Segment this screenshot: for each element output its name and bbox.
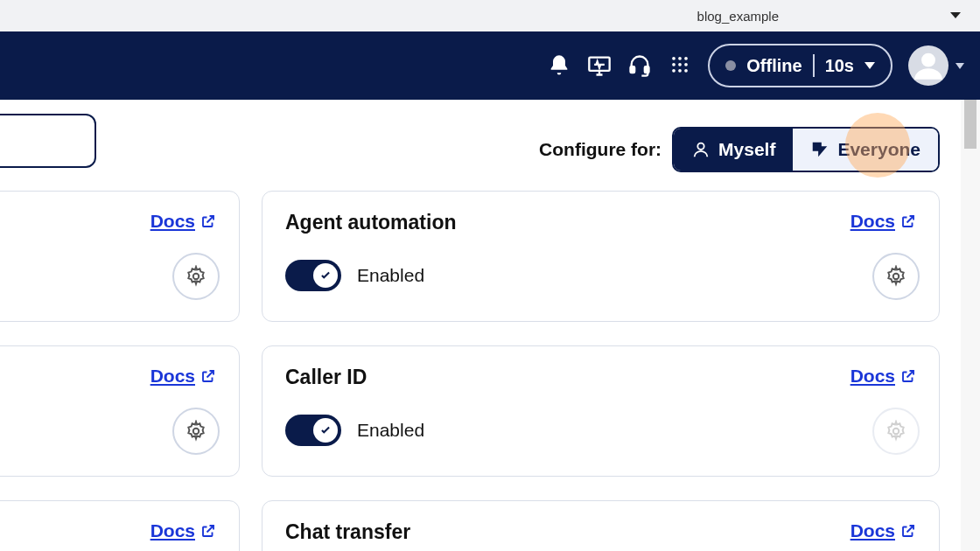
svg-point-7: [678, 63, 682, 66]
docs-link[interactable]: Docs: [850, 520, 916, 541]
svg-point-11: [684, 69, 688, 73]
external-link-icon: [900, 368, 916, 384]
svg-point-16: [893, 274, 900, 280]
svg-point-3: [672, 57, 676, 60]
svg-point-5: [684, 57, 688, 60]
environment-name: blog_example: [697, 9, 779, 24]
scrollbar-track[interactable]: [961, 100, 980, 551]
svg-rect-2: [645, 66, 649, 73]
chevron-down-icon: [956, 63, 964, 69]
user-menu[interactable]: [908, 45, 964, 86]
settings-button[interactable]: [872, 253, 920, 300]
enable-toggle[interactable]: [285, 260, 341, 291]
presence-status-selector[interactable]: Offline 10s: [708, 44, 892, 87]
configure-for-segmented: Myself Everyone: [672, 127, 940, 172]
docs-link[interactable]: Docs: [850, 366, 916, 387]
svg-rect-1: [631, 66, 635, 73]
status-dot-icon: [725, 60, 736, 71]
external-link-icon: [200, 213, 216, 229]
monitor-pulse-icon[interactable]: [587, 53, 612, 78]
card-title: Agent automation: [285, 211, 916, 234]
toggle-label: Enabled: [357, 420, 424, 441]
feature-card-caller-id: Caller ID Docs Enabled: [262, 345, 940, 477]
configure-everyone-label: Everyone: [837, 139, 920, 160]
svg-point-12: [921, 53, 935, 67]
svg-point-17: [893, 429, 900, 435]
search-input[interactable]: [0, 114, 96, 168]
toggle-label: Enabled: [357, 265, 424, 286]
card-title: Caller ID: [285, 366, 916, 389]
svg-point-4: [678, 57, 682, 60]
environment-dropdown-caret[interactable]: [950, 12, 961, 18]
svg-point-14: [193, 274, 200, 280]
docs-link[interactable]: Docs: [850, 211, 916, 232]
feature-card-chat-transfer: Chat transfer Docs: [262, 500, 940, 551]
card-title: Chat transfer: [285, 520, 916, 544]
external-link-icon: [200, 368, 216, 384]
toggle-knob: [313, 263, 338, 288]
docs-link[interactable]: Docs: [150, 366, 216, 387]
svg-point-13: [697, 143, 704, 150]
feature-card-partial-2: Docs: [0, 345, 240, 477]
configure-myself-button[interactable]: Myself: [674, 129, 793, 171]
feature-card-agent-automation: Agent automation Docs Enabled: [262, 191, 940, 322]
configure-myself-label: Myself: [718, 139, 775, 160]
docs-link[interactable]: Docs: [150, 520, 216, 541]
dialpad-icon[interactable]: [668, 53, 692, 78]
settings-button[interactable]: [172, 408, 220, 455]
svg-point-9: [672, 69, 676, 73]
avatar-icon: [908, 45, 948, 86]
external-link-icon: [200, 523, 216, 539]
svg-point-6: [672, 63, 676, 66]
svg-point-15: [193, 429, 200, 435]
divider: [813, 54, 815, 77]
navbar: Offline 10s: [0, 31, 980, 100]
settings-button[interactable]: [172, 253, 220, 300]
environment-bar: blog_example: [0, 0, 980, 31]
feature-card-partial-3: Docs: [0, 500, 240, 551]
toggle-knob: [313, 418, 338, 443]
headset-icon[interactable]: [627, 53, 652, 78]
svg-point-8: [684, 63, 688, 66]
settings-button-disabled: [872, 408, 920, 455]
configure-for-row: Configure for: Myself Everyone: [539, 127, 940, 172]
configure-for-label: Configure for:: [539, 139, 662, 160]
configure-everyone-button[interactable]: Everyone: [793, 129, 938, 171]
external-link-icon: [900, 523, 916, 539]
status-label: Offline: [746, 56, 802, 76]
external-link-icon: [900, 213, 916, 229]
enable-toggle[interactable]: [285, 415, 341, 446]
bell-icon[interactable]: [547, 53, 571, 78]
svg-point-10: [678, 69, 682, 73]
feature-card-partial-1: Docs: [0, 191, 240, 322]
status-time: 10s: [825, 56, 854, 76]
chevron-down-icon: [864, 62, 875, 69]
docs-link[interactable]: Docs: [150, 211, 216, 232]
scrollbar-thumb[interactable]: [964, 100, 976, 149]
